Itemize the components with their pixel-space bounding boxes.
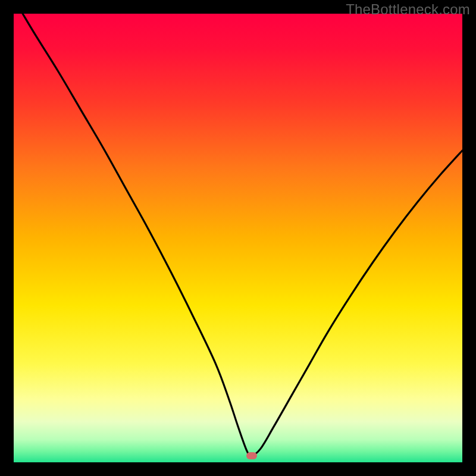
plot-area [14, 14, 462, 462]
plot-svg [14, 14, 462, 462]
chart-frame: TheBottleneck.com [0, 0, 476, 476]
gradient-background [14, 14, 462, 462]
optimum-marker [246, 452, 257, 459]
watermark-text: TheBottleneck.com [346, 1, 470, 18]
